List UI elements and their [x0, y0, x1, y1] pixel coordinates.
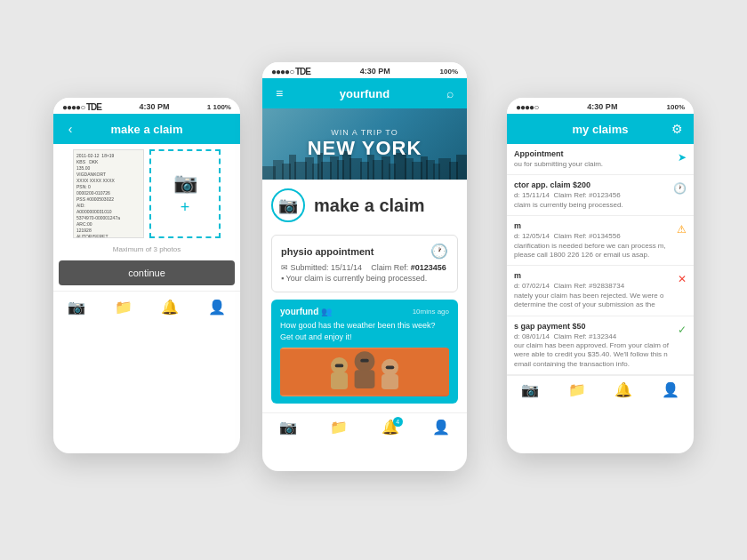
claim-item-2: m d: 12/05/14 Claim Ref: #0134556 clarif… — [507, 216, 694, 266]
tab-bell-left[interactable]: 🔔 — [161, 299, 179, 316]
signal-center: ●●●●○ TDE — [271, 67, 310, 76]
svg-rect-31 — [355, 370, 375, 388]
phone-right: ●●●●○ 4:30 PM 100% . my claims ⚙ Appoint… — [507, 98, 694, 453]
status-bar-left: ●●●●○ TDE 4:30 PM 1 100% — [53, 98, 240, 114]
claim-item-body-0: Appointment ou for submitting your claim… — [514, 149, 674, 169]
svg-rect-26 — [456, 155, 467, 180]
social-text: How good has the weather been this week?… — [280, 320, 449, 342]
tab-folder-right[interactable]: 📁 — [568, 381, 586, 398]
claim-item-body-1: ctor app. claim $200 d: 15/11/14 Claim R… — [514, 180, 670, 210]
time-center: 4:30 PM — [360, 67, 390, 76]
receipt-line: VIGDANKORT — [76, 172, 141, 178]
tab-folder-left[interactable]: 📁 — [115, 299, 133, 316]
clock-icon: 🕐 — [430, 243, 448, 260]
bell-badge: 4 — [393, 417, 403, 427]
claim-status: ▪ Your claim is currently being processe… — [281, 274, 448, 283]
nav-bar-left: ‹ make a claim — [53, 114, 240, 144]
receipt-line: XXXX XXXX XXXX — [76, 178, 141, 184]
receipt-line: ARC:00 — [76, 221, 141, 228]
camera-icon: 📷 — [173, 172, 197, 195]
claim-item-detail-4: our claim has been approved. From your c… — [514, 341, 674, 369]
tab-camera-right[interactable]: 📷 — [521, 381, 539, 398]
svg-rect-34 — [335, 364, 344, 368]
continue-button[interactable]: continue — [59, 260, 235, 285]
claim-item-4: s gap payment $50 d: 08/01/14 Claim Ref:… — [507, 316, 694, 376]
svg-rect-4 — [294, 162, 307, 180]
nav-bar-center: ≡ yourfund ⌕ — [262, 78, 467, 108]
claim-item-body-4: s gap payment $50 d: 08/01/14 Claim Ref:… — [514, 322, 674, 370]
claim-item-title-2: m — [514, 221, 673, 230]
claim-card: physio appointment 🕐 ✉ Submitted: 15/11/… — [271, 235, 458, 292]
claim-card-header: physio appointment 🕐 — [281, 243, 448, 260]
social-photo — [280, 348, 449, 396]
receipt-line: 121928 — [76, 228, 141, 234]
social-title: yourfund 👥 — [280, 307, 332, 316]
tab-bell-badge-center[interactable]: 🔔 4 — [382, 419, 399, 436]
claim-warning-icon-2: ⚠ — [677, 223, 687, 236]
receipt-line: PSS #0000503022 — [76, 196, 141, 203]
receipt-line: 0000200-010726 — [76, 190, 141, 196]
tab-person-left[interactable]: 👤 — [208, 299, 226, 316]
receipt-line: 5374970-000001247a — [76, 215, 141, 221]
hero-banner: Win a trip to NEW YORK — [262, 108, 467, 180]
claim-item-0: Appointment ou for submitting your claim… — [507, 144, 694, 175]
make-claim-title: make a claim — [314, 196, 425, 216]
receipt-line: PSN: 0 — [76, 184, 141, 190]
status-bar-right: ●●●●○ 4:30 PM 100% — [507, 98, 694, 114]
receipt-line: 2011-02-12 18×19 — [76, 153, 141, 159]
claim-item-title-4: s gap payment $50 — [514, 322, 674, 331]
make-claim-header: 📷 make a claim — [271, 188, 458, 222]
tab-camera-left[interactable]: 📷 — [68, 299, 85, 316]
tab-folder-center[interactable]: 📁 — [330, 419, 348, 436]
receipt-line: A0000000031010 — [76, 209, 141, 215]
svg-rect-35 — [360, 359, 369, 363]
claim-item-title-0: Appointment — [514, 149, 674, 158]
claim-arrow-icon-0: ➤ — [678, 151, 687, 164]
claim-item-body-2: m d: 12/05/14 Claim Ref: #0134556 clarif… — [514, 221, 673, 260]
claim-item-sub-1: d: 15/11/14 Claim Ref: #0123456 — [514, 191, 670, 200]
battery-left: 1 100% — [207, 103, 231, 111]
signal-right: ●●●●○ — [516, 102, 538, 112]
claim-item-sub-4: d: 08/01/14 Claim Ref: #132344 — [514, 332, 674, 341]
nav-title-center: yourfund — [287, 87, 442, 100]
claim-clock-icon-1: 🕐 — [673, 182, 687, 195]
left-phone-content: 2011-02-12 18×19 KBS DKK 135.00 VIGDANKO… — [53, 144, 240, 291]
claim-item-sub-3: d: 07/02/14 Claim Ref: #92838734 — [514, 282, 674, 291]
claim-item-sub-2: d: 12/05/14 Claim Ref: #0134556 — [514, 232, 673, 241]
svg-rect-12 — [349, 158, 362, 180]
tab-person-center[interactable]: 👤 — [432, 419, 450, 436]
bottom-tabs-left: 📷 📁 🔔 👤 — [53, 291, 240, 323]
claim-item-detail-3: nately your claim has been rejected. We … — [514, 292, 674, 310]
hero-subtitle: Win a trip to — [331, 128, 398, 137]
receipt-line: AID: — [76, 203, 141, 209]
back-icon[interactable]: ‹ — [62, 122, 78, 136]
add-photo-icon: + — [181, 198, 190, 217]
menu-icon[interactable]: ≡ — [271, 86, 287, 100]
svg-rect-29 — [331, 372, 348, 389]
tab-person-right[interactable]: 👤 — [662, 381, 679, 398]
claim-item-title-1: ctor app. claim $200 — [514, 180, 670, 189]
receipt-image: 2011-02-12 18×19 KBS DKK 135.00 VIGDANKO… — [73, 149, 144, 238]
claim-name: physio appointment — [281, 246, 374, 257]
scene: ●●●●○ TDE 4:30 PM 1 100% ‹ make a claim … — [0, 0, 747, 560]
tab-bell-right[interactable]: 🔔 — [614, 381, 632, 398]
social-header: yourfund 👥 10mins ago — [280, 307, 449, 316]
battery-center: 100% — [440, 68, 458, 76]
status-bar-center: ●●●●○ TDE 4:30 PM 100% — [262, 62, 467, 78]
hero-title: NEW YORK — [308, 137, 422, 160]
right-phone-content: Appointment ou for submitting your claim… — [507, 144, 694, 375]
receipt-area: 2011-02-12 18×19 KBS DKK 135.00 VIGDANKO… — [73, 149, 221, 238]
svg-rect-36 — [386, 366, 395, 370]
claim-submitted: ✉ Submitted: 15/11/14 Claim Ref: #012345… — [281, 263, 448, 272]
receipt-line: AUTORISERET — [76, 234, 141, 238]
social-card: yourfund 👥 10mins ago How good has the w… — [271, 300, 458, 404]
search-icon[interactable]: ⌕ — [442, 86, 458, 100]
settings-icon[interactable]: ⚙ — [669, 122, 685, 136]
claim-item-detail-2: clarification is needed before we can pr… — [514, 242, 673, 260]
max-photos-label: Maximum of 3 photos — [113, 245, 181, 253]
nav-title-right: my claims — [532, 123, 669, 136]
camera-upload-placeholder[interactable]: 📷 + — [149, 149, 221, 238]
signal-left: ●●●●○ TDE — [62, 102, 101, 112]
phone-left: ●●●●○ TDE 4:30 PM 1 100% ‹ make a claim … — [53, 98, 240, 453]
tab-camera-center[interactable]: 📷 — [279, 419, 297, 436]
